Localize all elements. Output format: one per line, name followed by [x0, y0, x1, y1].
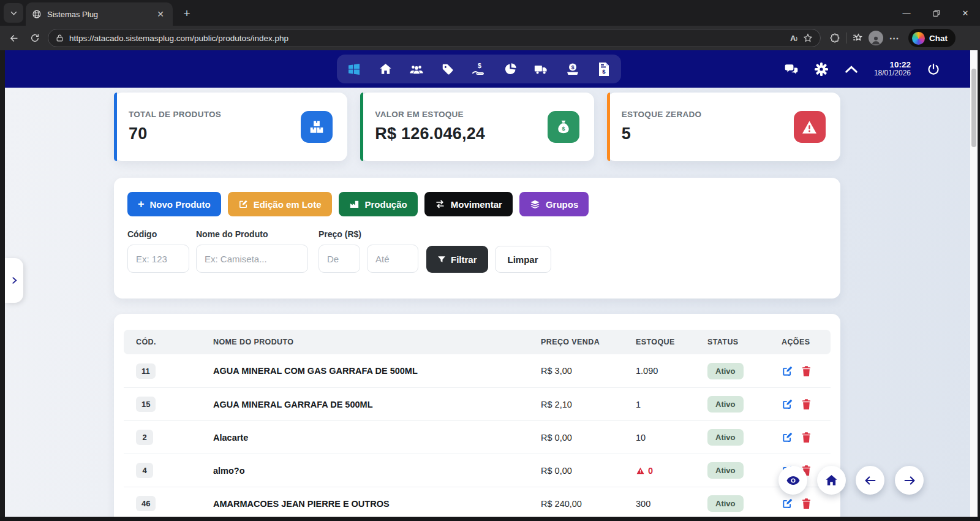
product-name: Alacarte: [213, 433, 541, 443]
scrollbar-thumb[interactable]: [971, 69, 976, 147]
stat-value: 5: [622, 124, 702, 143]
movimentar-button[interactable]: Movimentar: [424, 192, 513, 216]
stat-accent: [114, 93, 117, 161]
more-options-icon[interactable]: ⋯: [885, 29, 903, 47]
copilot-logo-icon: [912, 32, 925, 45]
limpar-button[interactable]: Limpar: [495, 246, 551, 273]
filtrar-button[interactable]: Filtrar: [426, 246, 488, 273]
stat-card-estoque-zerado: ESTOQUE ZERADO 5: [607, 93, 840, 161]
refresh-button[interactable]: [24, 29, 45, 47]
stock-warning-icon: [636, 466, 645, 475]
invoice-dollar-icon[interactable]: $: [597, 62, 611, 77]
window-controls: — ✕: [892, 0, 980, 26]
edicao-em-lote-button[interactable]: Edição em Lote: [228, 192, 332, 216]
trash-icon[interactable]: [801, 365, 812, 377]
address-bar[interactable]: https://atacado.sistemasplug.com/public/…: [48, 29, 821, 47]
lock-icon[interactable]: [56, 34, 64, 42]
funnel-icon: [437, 255, 446, 264]
copilot-chat-button[interactable]: Chat: [908, 29, 956, 47]
maximize-button[interactable]: [921, 0, 951, 26]
grupos-button[interactable]: Grupos: [519, 192, 589, 216]
product-price: R$ 2,10: [541, 400, 636, 409]
nome-produto-input[interactable]: [196, 245, 308, 273]
producao-button[interactable]: Produção: [339, 192, 418, 216]
edit-pen-icon[interactable]: [782, 498, 793, 509]
coin-slot-icon[interactable]: $: [565, 62, 580, 77]
stat-card-total-produtos: TOTAL DE PRODUTOS 70: [114, 93, 347, 161]
edit-pen-icon[interactable]: [782, 398, 793, 410]
chevron-up-icon[interactable]: [844, 62, 859, 77]
app-navbar: $ $ $: [5, 50, 970, 88]
product-stock: 1.090: [636, 366, 707, 376]
preco-de-input[interactable]: [318, 245, 360, 273]
trash-icon[interactable]: [801, 432, 812, 443]
back-button[interactable]: [4, 29, 24, 47]
tag-icon[interactable]: [440, 62, 455, 77]
web-page: $ $ $: [5, 50, 970, 517]
edit-pen-icon[interactable]: [782, 365, 793, 377]
trash-icon[interactable]: [801, 498, 812, 509]
table-row[interactable]: 15 AGUA MINERAL GARRAFA DE 500ML R$ 2,10…: [124, 387, 831, 420]
money-bag-icon: $: [548, 111, 579, 143]
table-row[interactable]: 2 Alacarte R$ 0,00 10 Ativo: [124, 420, 831, 454]
hand-dollar-icon[interactable]: $: [472, 62, 486, 77]
home-icon[interactable]: [378, 62, 393, 77]
sidebar-expander-button[interactable]: [5, 258, 23, 303]
product-stock: 0: [636, 466, 707, 476]
product-code-badge: 4: [136, 463, 153, 478]
clock-date: 18/01/2026: [874, 69, 911, 78]
stat-label: VALOR EM ESTOQUE: [375, 110, 485, 119]
preco-ate-input[interactable]: [367, 245, 418, 273]
minimize-button[interactable]: —: [892, 0, 921, 26]
favorite-star-icon[interactable]: [803, 33, 813, 43]
windows-logo-icon[interactable]: [347, 62, 361, 77]
home-icon: [824, 473, 839, 487]
prev-page-button[interactable]: [856, 466, 884, 495]
gear-icon[interactable]: [814, 62, 829, 77]
stat-accent: [360, 93, 363, 161]
product-price: R$ 0,00: [541, 433, 636, 443]
next-page-button[interactable]: [895, 466, 924, 495]
chat-bubbles-icon[interactable]: [784, 62, 799, 77]
status-badge: Ativo: [707, 462, 744, 479]
col-header-cod: CÓD.: [124, 338, 213, 346]
preview-eye-button[interactable]: [778, 466, 807, 495]
edit-pen-icon[interactable]: [782, 432, 793, 443]
home-fab-button[interactable]: [817, 466, 846, 495]
url-text[interactable]: https://atacado.sistemasplug.com/public/…: [69, 34, 785, 43]
codigo-input[interactable]: [127, 245, 189, 273]
table-row[interactable]: 46 AMARMACOES JEAN PIERRE E OUTROS R$ 24…: [124, 487, 831, 517]
nav-menu-dock: $ $ $: [337, 55, 621, 83]
novo-produto-button[interactable]: + Novo Produto: [127, 192, 221, 216]
pie-chart-icon[interactable]: [503, 62, 518, 77]
browser-tab[interactable]: Sistemas Plug ✕: [26, 2, 173, 26]
products-table-panel: CÓD. NOME DO PRODUTO PREÇO VENDA ESTOQUE…: [114, 314, 840, 517]
col-header-acoes: AÇÕES: [782, 338, 831, 346]
read-aloud-icon[interactable]: A): [790, 34, 797, 43]
globe-icon: [32, 9, 42, 19]
profile-avatar[interactable]: [867, 29, 885, 47]
col-header-status: STATUS: [707, 338, 782, 346]
chevron-down-icon: [10, 9, 18, 17]
users-icon[interactable]: [409, 62, 424, 77]
new-tab-button[interactable]: +: [179, 6, 195, 21]
exchange-arrows-icon: [435, 199, 445, 209]
table-row[interactable]: 4 almo?o R$ 0,00 0 Ativo: [124, 454, 831, 487]
status-badge: Ativo: [707, 363, 744, 379]
truck-icon[interactable]: [534, 62, 549, 77]
tab-search-button[interactable]: [4, 3, 23, 23]
page-scrollbar[interactable]: [970, 50, 978, 517]
toolbar-separator: [846, 32, 846, 44]
favorites-hub-icon[interactable]: [848, 29, 867, 47]
trash-icon[interactable]: [801, 398, 812, 410]
extensions-icon[interactable]: [826, 29, 844, 47]
nome-produto-label: Nome do Produto: [196, 229, 308, 239]
power-icon[interactable]: [926, 62, 941, 77]
product-name: AMARMACOES JEAN PIERRE E OUTROS: [213, 499, 541, 509]
copilot-chat-label: Chat: [929, 34, 948, 43]
refresh-icon: [30, 33, 40, 43]
table-row[interactable]: 11 AGUA MINERAL COM GAS GARRAFA DE 500ML…: [124, 354, 831, 387]
main-content: TOTAL DE PRODUTOS 70 VALOR EM ESTOQUE R$…: [114, 88, 840, 517]
tab-close-icon[interactable]: ✕: [154, 8, 167, 20]
close-button[interactable]: ✕: [951, 0, 980, 26]
